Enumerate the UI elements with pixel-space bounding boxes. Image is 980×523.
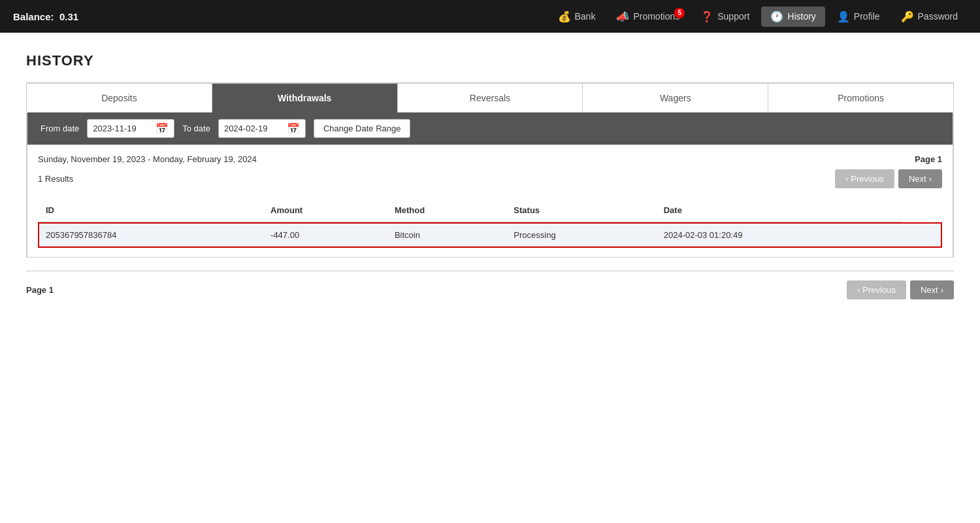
support-icon: ❓: [700, 10, 713, 23]
table-header-row: ID Amount Method Status Date: [38, 199, 942, 222]
bank-icon: 💰: [558, 10, 571, 23]
col-method: Method: [387, 199, 506, 222]
page-title: HISTORY: [26, 52, 954, 69]
date-range-label: Sunday, November 19, 2023 - Monday, Febr…: [38, 154, 257, 164]
nav-item-promotions[interactable]: 📣 Promotions 5: [607, 7, 689, 27]
nav-item-support[interactable]: ❓ Support: [691, 7, 759, 27]
nav-item-profile[interactable]: 👤 Profile: [828, 7, 889, 27]
results-count-row: 1 Results ‹ Previous Next ›: [38, 169, 942, 188]
tab-reversals[interactable]: Reversals: [398, 84, 583, 112]
promotions-icon: 📣: [616, 10, 629, 23]
tab-deposits[interactable]: Deposits: [27, 84, 212, 112]
tabs-container: Deposits Withdrawals Reversals Wagers Pr…: [26, 83, 954, 258]
col-date: Date: [656, 199, 902, 222]
to-calendar-icon[interactable]: 📅: [287, 122, 300, 135]
cell-extra: [902, 222, 942, 248]
col-amount: Amount: [263, 199, 387, 222]
nav-item-history[interactable]: 🕐 History: [761, 7, 825, 27]
results-area: Sunday, November 19, 2023 - Monday, Febr…: [27, 145, 953, 258]
nav-label-history: History: [787, 11, 816, 22]
to-date-label: To date: [182, 124, 210, 133]
nav-label-support: Support: [717, 11, 749, 22]
bottom-page-label: Page 1: [26, 285, 54, 295]
from-calendar-icon[interactable]: 📅: [155, 122, 169, 135]
to-date-input-wrapper: 📅: [218, 119, 306, 138]
change-date-button[interactable]: Change Date Range: [314, 119, 411, 138]
nav-label-password: Password: [918, 11, 958, 22]
chevron-right-icon-bottom: ›: [941, 285, 943, 295]
table-header: ID Amount Method Status Date: [38, 199, 942, 222]
tab-promotions[interactable]: Promotions: [768, 84, 953, 112]
from-date-label: From date: [41, 124, 79, 133]
balance-display: Balance: 0.31: [13, 11, 78, 22]
profile-icon: 👤: [837, 10, 850, 23]
pagination-buttons-top: ‹ Previous Next ›: [835, 169, 942, 188]
main-nav: 💰 Bank 📣 Promotions 5 ❓ Support 🕐 Histor…: [549, 7, 968, 27]
previous-button-bottom[interactable]: ‹ Previous: [847, 280, 906, 299]
nav-item-bank[interactable]: 💰 Bank: [549, 7, 605, 27]
promotions-badge: 5: [674, 8, 685, 18]
cell-status: Processing: [506, 222, 655, 248]
balance-value: 0.31: [59, 11, 78, 22]
cell-date: 2024-02-03 01:20:49: [656, 222, 902, 248]
pagination-buttons-bottom: ‹ Previous Next ›: [847, 280, 954, 299]
previous-button-top[interactable]: ‹ Previous: [835, 169, 894, 188]
col-status: Status: [506, 199, 655, 222]
data-table: ID Amount Method Status Date 20536795783…: [38, 199, 942, 248]
table-row: 205367957836784-447.00BitcoinProcessing2…: [38, 222, 942, 248]
bottom-pagination-row: Page 1 ‹ Previous Next ›: [26, 271, 954, 299]
from-date-input-wrapper: 📅: [87, 119, 174, 138]
balance-label: Balance:: [13, 11, 54, 22]
next-button-top[interactable]: Next ›: [898, 169, 942, 188]
cell-id: 205367957836784: [38, 222, 263, 248]
cell-amount: -447.00: [263, 222, 387, 248]
chevron-left-icon: ‹: [845, 174, 848, 184]
next-button-bottom[interactable]: Next ›: [910, 280, 954, 299]
password-icon: 🔑: [901, 10, 914, 23]
chevron-left-icon-bottom: ‹: [857, 285, 860, 295]
col-id: ID: [38, 199, 263, 222]
main-content: HISTORY Deposits Withdrawals Reversals W…: [0, 33, 980, 319]
nav-label-bank: Bank: [575, 11, 596, 22]
nav-label-profile: Profile: [854, 11, 880, 22]
history-icon: 🕐: [770, 10, 783, 23]
page-indicator: Page 1: [915, 154, 942, 164]
to-date-input[interactable]: [224, 124, 283, 133]
tab-wagers[interactable]: Wagers: [583, 84, 768, 112]
header: Balance: 0.31 💰 Bank 📣 Promotions 5 ❓ Su…: [0, 0, 980, 33]
results-info-row: Sunday, November 19, 2023 - Monday, Febr…: [38, 154, 942, 164]
nav-item-password[interactable]: 🔑 Password: [892, 7, 967, 27]
cell-method: Bitcoin: [387, 222, 506, 248]
from-date-input[interactable]: [93, 124, 152, 133]
tab-withdrawals[interactable]: Withdrawals: [212, 84, 398, 112]
results-count: 1 Results: [38, 174, 73, 184]
chevron-right-icon: ›: [929, 174, 932, 184]
date-filter-bar: From date 📅 To date 📅 Change Date Range: [27, 112, 953, 145]
tabs-row: Deposits Withdrawals Reversals Wagers Pr…: [27, 84, 953, 112]
table-body: 205367957836784-447.00BitcoinProcessing2…: [38, 222, 942, 248]
nav-label-promotions: Promotions: [633, 11, 679, 22]
